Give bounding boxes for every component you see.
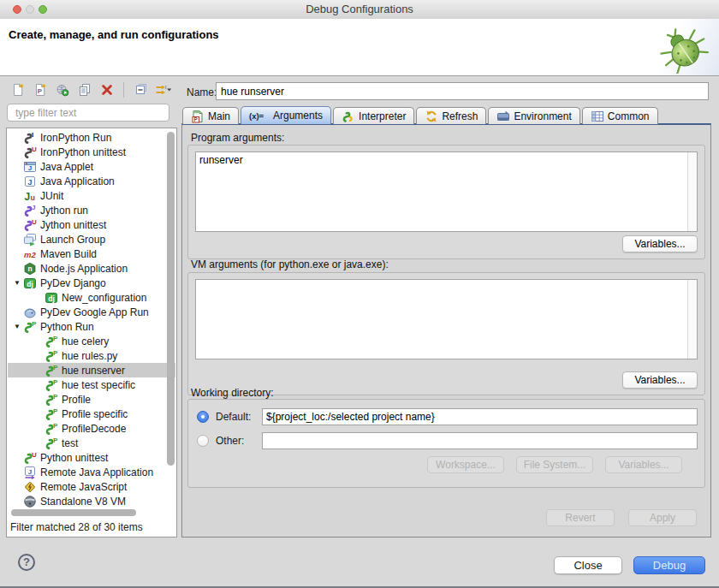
- tree-item-profiledecode[interactable]: PProfileDecode: [8, 421, 175, 436]
- tree-item-label: test: [62, 437, 78, 449]
- tree-item-node-js-application[interactable]: nNode.js Application: [8, 261, 175, 276]
- tree-item-label: Java Applet: [40, 161, 93, 173]
- svg-text:P: P: [53, 378, 58, 386]
- tree-item-profile-specific[interactable]: PProfile specific: [8, 407, 175, 421]
- vm-arguments-textarea[interactable]: [196, 280, 688, 359]
- duplicate-configuration-button[interactable]: [75, 81, 93, 99]
- tree-item-label: New_configuration: [62, 292, 146, 304]
- other-radio[interactable]: [197, 435, 209, 447]
- tab-label: Common: [608, 110, 650, 122]
- python-icon: P: [45, 364, 58, 377]
- name-input[interactable]: [216, 82, 709, 100]
- tree-item-label: Python Run: [40, 321, 94, 333]
- tree-item-new-configuration[interactable]: djNew_configuration: [8, 290, 175, 305]
- tree-item-python-run[interactable]: ▼PPython Run: [8, 319, 175, 334]
- tab-arguments[interactable]: (x)=Arguments: [241, 106, 331, 124]
- debug-button[interactable]: Debug: [633, 556, 705, 574]
- tree-item-label: PyDev Django: [40, 277, 106, 289]
- tab-refresh[interactable]: Refresh: [416, 107, 486, 124]
- tree-item-pydev-google-app-run[interactable]: PyDev Google App Run: [8, 305, 175, 319]
- tree-item-hue-runserver[interactable]: Phue runserver: [8, 363, 175, 377]
- jython-run-icon: J: [23, 204, 37, 217]
- configurations-tree: IIronPython RunUIronPython unittestJJava…: [8, 130, 175, 509]
- svg-text:P: P: [53, 335, 58, 342]
- program-arguments-label: Program arguments:: [191, 132, 284, 144]
- tree-item-ironpython-unittest[interactable]: UIronPython unittest: [8, 145, 175, 159]
- export-configurations-button[interactable]: [53, 81, 71, 99]
- tree-item-ironpython-run[interactable]: IIronPython Run: [8, 130, 175, 145]
- titlebar: Debug Configurations: [0, 0, 719, 20]
- program-arguments-textarea[interactable]: runserver: [196, 152, 688, 231]
- collapse-all-button[interactable]: [132, 81, 150, 99]
- textarea-scrollbar[interactable]: [687, 280, 697, 359]
- svg-text:u: u: [31, 193, 36, 201]
- other-directory-input[interactable]: [262, 432, 698, 449]
- tree-item-remote-javascript[interactable]: Remote JavaScript: [8, 479, 175, 494]
- program-arguments-variables-button[interactable]: Variables...: [622, 235, 698, 252]
- tree-item-maven-build[interactable]: m2Maven Build: [8, 246, 175, 261]
- working-directory-variables-button[interactable]: Variables...: [605, 456, 682, 473]
- tab-refresh-icon: [425, 110, 438, 123]
- other-radio-label: Other:: [216, 435, 262, 447]
- default-radio-label: Default:: [216, 411, 262, 423]
- tree-item-label: Python unittest: [40, 452, 108, 464]
- default-radio[interactable]: [197, 411, 209, 423]
- tab-interpreter[interactable]: Interpreter: [333, 107, 414, 124]
- delete-configuration-button[interactable]: [98, 81, 116, 99]
- tab-label: Main: [208, 110, 230, 122]
- textarea-scrollbar[interactable]: [687, 152, 697, 231]
- tab-main[interactable]: PMain: [182, 107, 239, 124]
- tree-item-label: Standalone V8 VM: [40, 496, 126, 508]
- tree-item-java-applet[interactable]: JJava Applet: [8, 159, 175, 174]
- tree-item-profile[interactable]: PProfile: [8, 392, 175, 407]
- svg-text:P: P: [53, 437, 58, 444]
- maven-icon: m2: [23, 247, 37, 261]
- tree-item-hue-celery[interactable]: Phue celery: [8, 334, 175, 348]
- tree-item-label: Maven Build: [40, 248, 97, 260]
- filter-status-text: Filter matched 28 of 30 items: [10, 521, 143, 533]
- apply-button[interactable]: Apply: [628, 509, 697, 526]
- tree-item-launch-group[interactable]: Launch Group: [8, 232, 175, 246]
- java-application-icon: J: [23, 175, 37, 188]
- tree-item-hue-test-specific[interactable]: Phue test specific: [8, 377, 175, 392]
- default-directory-input[interactable]: [262, 408, 698, 425]
- remote-java-icon: J: [23, 466, 37, 479]
- tree-item-python-unittest[interactable]: UPython unittest: [8, 450, 175, 465]
- svg-text:J: J: [32, 204, 35, 211]
- svg-text:n: n: [27, 264, 32, 273]
- workspace-button[interactable]: Workspace...: [427, 456, 504, 473]
- file-system-button[interactable]: File System...: [516, 456, 593, 473]
- tree-item-test[interactable]: Ptest: [8, 436, 175, 450]
- filter-configurations-button[interactable]: [154, 81, 172, 99]
- vm-arguments-variables-button[interactable]: Variables...: [622, 371, 698, 389]
- tree-item-junit[interactable]: JuJUnit: [8, 188, 175, 203]
- tab-common[interactable]: Common: [582, 107, 658, 124]
- new-configuration-button[interactable]: [9, 81, 27, 99]
- tree-vertical-scrollbar[interactable]: [167, 132, 175, 466]
- working-directory-group: Default: Other: Workspace... File System…: [187, 399, 705, 488]
- header-title: Create, manage, and run configurations: [9, 28, 219, 41]
- expander-icon[interactable]: ▼: [11, 276, 23, 290]
- tree-item-remote-java-application[interactable]: JRemote Java Application: [8, 465, 175, 479]
- tree-item-pydev-django[interactable]: ▼djPyDev Django: [8, 276, 175, 290]
- tree-item-label: Java Application: [40, 175, 115, 187]
- tree-item-java-application[interactable]: JJava Application: [8, 174, 175, 188]
- new-prototype-button[interactable]: P: [31, 81, 49, 99]
- tree-item-hue-rules-py[interactable]: Phue rules.py: [8, 348, 175, 363]
- svg-text:U: U: [32, 218, 37, 226]
- tree-item-jython-unittest[interactable]: UJython unittest: [8, 217, 175, 232]
- python-icon: P: [45, 378, 58, 392]
- nodejs-icon: n: [23, 262, 37, 276]
- tree-item-label: IronPython unittest: [40, 146, 126, 158]
- tree-item-jython-run[interactable]: JJython run: [8, 203, 175, 217]
- tree-item-standalone-v8-vm[interactable]: Standalone V8 VM: [8, 494, 175, 508]
- program-arguments-frame: runserver: [195, 151, 698, 232]
- filter-input[interactable]: [7, 104, 169, 122]
- tree-item-label: Node.js Application: [40, 263, 128, 275]
- help-button[interactable]: ?: [18, 554, 35, 571]
- close-button[interactable]: Close: [554, 556, 622, 574]
- expander-icon[interactable]: ▼: [11, 319, 23, 334]
- tree-horizontal-scrollbar[interactable]: [11, 509, 136, 516]
- tab-environment[interactable]: Environment: [488, 107, 579, 124]
- revert-button[interactable]: Revert: [546, 509, 615, 526]
